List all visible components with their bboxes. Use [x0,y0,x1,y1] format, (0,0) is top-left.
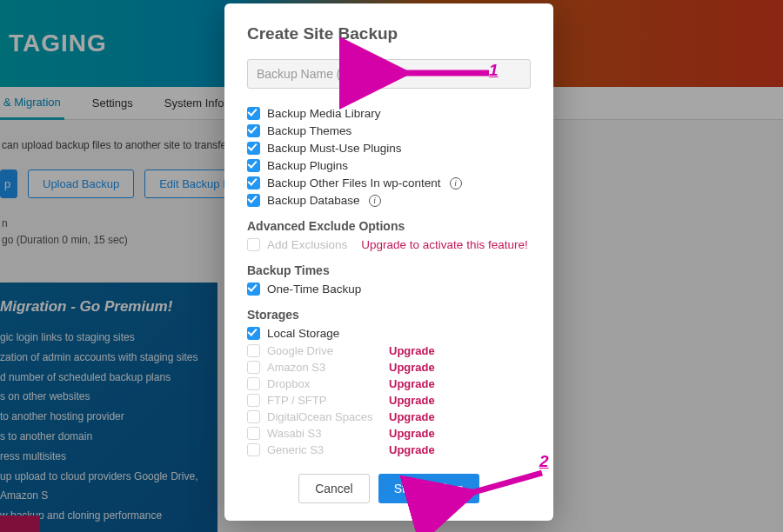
upgrade-link[interactable]: Upgrade [389,443,435,456]
start-backup-button[interactable]: Start Backup [378,474,479,503]
section-advanced-exclude: Advanced Exclude Options [247,219,531,233]
checkbox-icon [247,159,260,172]
chk-label: Backup Plugins [267,159,348,172]
checkbox-icon [247,142,260,155]
storage-generic-s3: Generic S3 Upgrade [247,443,531,456]
info-icon[interactable]: i [369,195,381,207]
create-backup-modal: Create Site Backup Backup Media Library … [224,3,553,521]
checkbox-icon [247,427,260,440]
section-backup-times: Backup Times [247,263,531,277]
chk-local-storage[interactable]: Local Storage [247,327,531,340]
checkbox-icon [247,410,260,423]
checkbox-icon [247,377,260,390]
checkbox-icon [247,327,260,340]
modal-title: Create Site Backup [247,24,531,43]
upgrade-link[interactable]: Upgrade [389,410,435,423]
chk-add-exclusions: Add Exclusions Upgrade to activate this … [247,238,531,251]
chk-label: Backup Themes [267,124,351,137]
checkbox-icon [247,361,260,374]
storage-label: Dropbox [267,377,382,390]
checkbox-icon [247,124,260,137]
storage-wasabi: Wasabi S3 Upgrade [247,427,531,440]
chk-one-time[interactable]: One-Time Backup [247,283,531,296]
storage-label: FTP / SFTP [267,394,382,407]
storage-label: DigitalOcean Spaces [267,410,382,423]
chk-mu-plugins[interactable]: Backup Must-Use Plugins [247,142,531,155]
storage-label: Local Storage [267,327,339,340]
checkbox-icon [247,283,260,296]
chk-label: Backup Must-Use Plugins [267,142,402,155]
checkbox-icon [247,443,260,456]
backup-name-input[interactable] [247,59,531,89]
storage-label: Generic S3 [267,443,382,456]
upgrade-link[interactable]: Upgrade [389,427,435,440]
chk-database[interactable]: Backup Database i [247,194,531,207]
cancel-button[interactable]: Cancel [298,474,370,503]
chk-label: Backup Other Files In wp-content [267,176,441,190]
storage-google-drive: Google Drive Upgrade [247,344,531,357]
info-icon[interactable]: i [450,177,462,190]
section-storages: Storages [247,308,531,322]
checkbox-icon [247,194,260,207]
checkbox-icon [247,394,260,407]
chk-other-files[interactable]: Backup Other Files In wp-content i [247,176,531,190]
modal-actions: Cancel Start Backup [247,474,531,503]
checkbox-icon [247,344,260,357]
storage-label: Google Drive [267,344,382,357]
storage-dropbox: Dropbox Upgrade [247,377,531,390]
chk-label: Add Exclusions [267,238,347,251]
chk-themes[interactable]: Backup Themes [247,124,531,137]
storage-digitalocean: DigitalOcean Spaces Upgrade [247,410,531,423]
upgrade-link[interactable]: Upgrade [389,361,435,374]
chk-label: Backup Database [267,194,360,207]
checkbox-icon [247,238,260,251]
chk-media-library[interactable]: Backup Media Library [247,107,531,120]
chk-label: One-Time Backup [267,283,361,296]
upgrade-link[interactable]: Upgrade [389,377,435,390]
checkbox-icon [247,107,260,120]
chk-plugins[interactable]: Backup Plugins [247,159,531,172]
upgrade-link[interactable]: Upgrade to activate this feature! [361,238,527,251]
upgrade-link[interactable]: Upgrade [389,344,435,357]
upgrade-link[interactable]: Upgrade [389,394,435,407]
storage-label: Amazon S3 [267,361,382,374]
chk-label: Backup Media Library [267,107,381,120]
storage-ftp-sftp: FTP / SFTP Upgrade [247,394,531,407]
checkbox-icon [247,176,260,190]
storage-amazon-s3: Amazon S3 Upgrade [247,361,531,374]
storage-label: Wasabi S3 [267,427,382,440]
